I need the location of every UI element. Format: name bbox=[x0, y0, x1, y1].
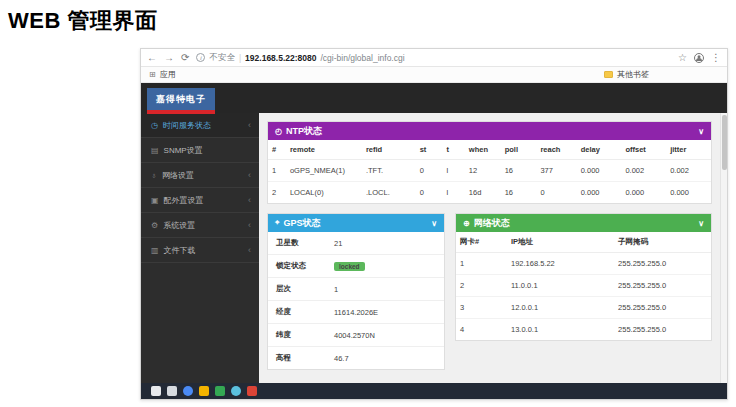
reload-icon[interactable]: ⟳ bbox=[181, 53, 189, 63]
gps-status-panel: ⌖ GPS状态 ∨ 卫星数 21 锁定状态 locked bbox=[267, 213, 445, 370]
gps-value: 46.7 bbox=[334, 354, 349, 363]
cell: 4 bbox=[456, 319, 507, 341]
sidebar-item-snmp-settings[interactable]: ▤ SNMP设置 bbox=[141, 138, 259, 163]
bookmarks-bar: ⊞ 应用 其他书签 bbox=[141, 67, 727, 83]
list-item: 经度 11614.2026E bbox=[268, 301, 444, 324]
gps-icon: ⌖ bbox=[275, 218, 280, 228]
network-panel-header[interactable]: ⊕ 网络状态 ∨ bbox=[456, 214, 711, 232]
col-header: t bbox=[442, 140, 464, 160]
taskbar-search-icon[interactable] bbox=[167, 386, 177, 396]
ntp-panel-header[interactable]: ◴ NTP状态 ∨ bbox=[268, 122, 711, 140]
list-item: 纬度 4004.2570N bbox=[268, 324, 444, 347]
cell: 13.0.0.1 bbox=[507, 319, 614, 341]
cell: 0.000 bbox=[621, 182, 666, 204]
ntp-table: # remote refid st t when poll reach dela… bbox=[268, 140, 711, 203]
cell: 11.0.0.1 bbox=[507, 275, 614, 297]
col-header: remote bbox=[286, 140, 362, 160]
sidebar-item-label: 网络设置 bbox=[162, 170, 194, 181]
col-header: refid bbox=[362, 140, 416, 160]
cell: 0.000 bbox=[577, 160, 622, 182]
sidebar-item-label: 文件下载 bbox=[164, 245, 196, 256]
cell: 2 bbox=[268, 182, 286, 204]
ntp-panel-title: NTP状态 bbox=[286, 125, 322, 138]
sidebar-item-network-settings[interactable]: ♁ 网络设置 ‹ bbox=[141, 163, 259, 188]
forward-icon[interactable]: → bbox=[164, 53, 174, 63]
network-panel-title: 网络状态 bbox=[474, 217, 510, 230]
chevron-left-icon: ‹ bbox=[248, 220, 251, 230]
taskbar-start-icon[interactable] bbox=[151, 386, 161, 396]
col-header: when bbox=[465, 140, 501, 160]
globe-icon: ♁ bbox=[151, 171, 157, 180]
gps-label: 层次 bbox=[276, 284, 334, 294]
cell: 255.255.255.0 bbox=[614, 275, 711, 297]
cell: 377 bbox=[536, 160, 576, 182]
cell: 16 bbox=[501, 182, 537, 204]
ntp-table-header-row: # remote refid st t when poll reach dela… bbox=[268, 140, 711, 160]
browser-window: ← → ⟳ i 不安全 | 192.168.5.22:8080/cgi-bin/… bbox=[140, 48, 728, 400]
gps-panel-header[interactable]: ⌖ GPS状态 ∨ bbox=[268, 214, 444, 232]
sidebar-item-file-download[interactable]: ▥ 文件下载 ‹ bbox=[141, 238, 259, 263]
gps-label: 卫星数 bbox=[276, 238, 334, 248]
table-row: 2 11.0.0.1 255.255.255.0 bbox=[456, 275, 711, 297]
web-page: 嘉得特电子 ◷ 时间服务状态 ‹ ▤ SNMP设置 ♁ 网络设置 ‹ bbox=[141, 83, 727, 399]
page-scrollbar[interactable] bbox=[720, 113, 727, 383]
chevron-left-icon: ‹ bbox=[248, 120, 251, 130]
table-row: 3 12.0.0.1 255.255.255.0 bbox=[456, 297, 711, 319]
network-status-panel: ⊕ 网络状态 ∨ 网卡# IP地址 子网掩码 bbox=[455, 213, 712, 341]
cell: 2 bbox=[456, 275, 507, 297]
back-icon[interactable]: ← bbox=[147, 53, 157, 63]
collapse-caret-icon[interactable]: ∨ bbox=[698, 127, 704, 136]
taskbar-app-icon[interactable] bbox=[231, 386, 241, 396]
cell: 255.255.255.0 bbox=[614, 253, 711, 275]
sidebar-item-label: 系统设置 bbox=[163, 220, 195, 231]
taskbar-app-icon[interactable] bbox=[247, 386, 257, 396]
taskbar-app-icon[interactable] bbox=[215, 386, 225, 396]
list-item: 层次 1 bbox=[268, 278, 444, 301]
bookmark-apps[interactable]: 应用 bbox=[160, 69, 176, 80]
info-icon[interactable]: i bbox=[196, 53, 205, 62]
profile-avatar-icon[interactable] bbox=[694, 53, 704, 63]
cell: 0.002 bbox=[621, 160, 666, 182]
gear-icon: ⚙ bbox=[151, 221, 158, 230]
table-row: 2 LOCAL(0) .LOCL. 0 l 16d 16 0 0.000 0.0… bbox=[268, 182, 711, 204]
cell: 0 bbox=[416, 160, 443, 182]
site-logo[interactable]: 嘉得特电子 bbox=[147, 88, 215, 114]
network-icon: ⊕ bbox=[463, 219, 470, 228]
cell: 0 bbox=[416, 182, 443, 204]
list-item: 锁定状态 locked bbox=[268, 255, 444, 278]
browser-menu-icon[interactable]: ⋮ bbox=[711, 53, 721, 63]
apps-grid-icon[interactable]: ⊞ bbox=[149, 70, 156, 79]
sidebar-item-system-settings[interactable]: ⚙ 系统设置 ‹ bbox=[141, 213, 259, 238]
folder-icon bbox=[604, 71, 613, 78]
cell: 0.000 bbox=[666, 182, 711, 204]
gps-value: 1 bbox=[334, 285, 338, 294]
chevron-left-icon: ‹ bbox=[248, 245, 251, 255]
monitor-icon: ▣ bbox=[151, 196, 159, 205]
other-bookmarks[interactable]: 其他书签 bbox=[604, 69, 719, 80]
taskbar-app-icon[interactable] bbox=[199, 386, 209, 396]
gps-value: 11614.2026E bbox=[334, 308, 378, 317]
sidebar-item-label: SNMP设置 bbox=[164, 145, 203, 156]
col-header: delay bbox=[577, 140, 622, 160]
taskbar-app-icon[interactable] bbox=[183, 386, 193, 396]
url-input[interactable]: i 不安全 | 192.168.5.22:8080/cgi-bin/global… bbox=[196, 52, 671, 64]
bookmark-star-icon[interactable]: ☆ bbox=[678, 53, 687, 63]
cell: 255.255.255.0 bbox=[614, 319, 711, 341]
screenshot-root: WEB 管理界面 ← → ⟳ i 不安全 | 192.168.5.22:8080… bbox=[0, 0, 736, 407]
collapse-caret-icon[interactable]: ∨ bbox=[698, 219, 704, 228]
cell: 16 bbox=[501, 160, 537, 182]
sidebar-item-time-service-status[interactable]: ◷ 时间服务状态 ‹ bbox=[141, 113, 259, 138]
cell: 16d bbox=[465, 182, 501, 204]
cell: 12 bbox=[465, 160, 501, 182]
col-header: # bbox=[268, 140, 286, 160]
taskbar bbox=[141, 383, 727, 399]
collapse-caret-icon[interactable]: ∨ bbox=[431, 219, 437, 228]
sidebar: ◷ 时间服务状态 ‹ ▤ SNMP设置 ♁ 网络设置 ‹ ▣ 配外置设置 ‹ bbox=[141, 113, 259, 383]
col-header: poll bbox=[501, 140, 537, 160]
cell: 0.000 bbox=[577, 182, 622, 204]
col-header: IP地址 bbox=[507, 232, 614, 253]
scrollbar-thumb[interactable] bbox=[722, 115, 727, 170]
sidebar-item-peripheral-settings[interactable]: ▣ 配外置设置 ‹ bbox=[141, 188, 259, 213]
files-icon: ▥ bbox=[151, 246, 159, 255]
col-header: 网卡# bbox=[456, 232, 507, 253]
